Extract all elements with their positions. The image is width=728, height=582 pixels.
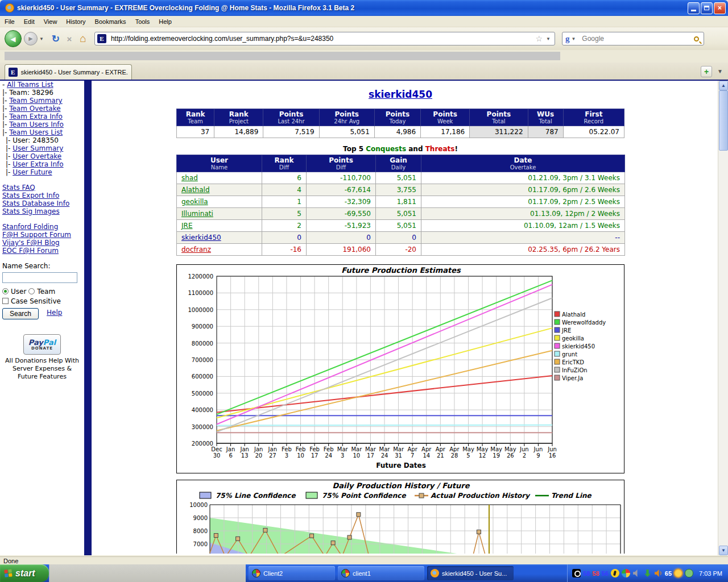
back-button[interactable]: ◄ <box>5 30 22 47</box>
pinwheel-tray-icon[interactable] <box>622 569 630 577</box>
summary-value: 311,222 <box>470 126 528 138</box>
sidebar-link: |- Team Summary <box>2 97 84 105</box>
name-search-input[interactable] <box>2 272 77 283</box>
menu-edit[interactable]: Edit <box>19 17 39 26</box>
overtake-user-link[interactable]: geokilla <box>181 198 208 206</box>
svg-text:24: 24 <box>381 452 388 459</box>
sidebar-link-stanford-folding[interactable]: Stanford Folding <box>2 223 58 231</box>
minimize-button[interactable] <box>688 2 700 14</box>
sidebar-link-all-teams-list[interactable]: All Teams List <box>7 81 53 89</box>
search-magnifier-icon[interactable] <box>694 36 699 41</box>
scroll-up-arrow[interactable]: ▲ <box>719 81 728 90</box>
overtake-rank-diff: 2 <box>262 220 307 232</box>
case-sensitive-checkbox[interactable] <box>2 298 9 304</box>
tab-user-summary[interactable]: E skierkid450 - User Summary - EXTRE... <box>5 64 132 80</box>
green-arrow-tray-icon[interactable] <box>643 569 652 577</box>
overtake-header-gain: GainDaily <box>376 155 421 172</box>
overtake-user-link[interactable]: docfranz <box>181 246 211 253</box>
sidebar-link-team-overtake[interactable]: Team Overtake <box>9 105 60 113</box>
forward-button[interactable]: ► <box>24 32 38 45</box>
sidebar-link-user-overtake[interactable]: User Overtake <box>13 152 61 160</box>
stop-button[interactable]: × <box>63 32 76 45</box>
close-button[interactable]: × <box>714 2 726 14</box>
svg-text:Jun: Jun <box>519 446 529 452</box>
summary-header-week: PointsWeek <box>421 109 470 126</box>
muted-speaker-tray-icon[interactable] <box>632 569 641 577</box>
radio-user[interactable] <box>2 288 9 294</box>
overtake-row: Alathald4-67,6143,75501.17.09, 6pm / 2.6… <box>177 184 625 196</box>
search-button[interactable]: Search <box>2 308 39 319</box>
menu-file[interactable]: File <box>0 17 19 26</box>
green-tray-icon[interactable] <box>685 569 693 577</box>
sidebar-link-stats-sig-images[interactable]: Stats Sig Images <box>2 207 60 215</box>
svg-text:10: 10 <box>297 452 304 459</box>
vertical-scrollbar[interactable]: ▲ ▼ <box>718 81 728 555</box>
scroll-down-arrow[interactable]: ▼ <box>719 546 728 555</box>
sidebar-link-stats-database-info[interactable]: Stats Database Info <box>2 199 69 207</box>
sidebar-link-stats-faq[interactable]: Stats FAQ <box>2 184 35 192</box>
home-button[interactable]: ⌂ <box>76 32 90 45</box>
menu-view[interactable]: View <box>39 17 62 26</box>
svg-text:Apr: Apr <box>436 446 446 452</box>
system-tray: 58 58 56 65 7:03 PM <box>567 564 728 582</box>
sidebar-link-team-users-info[interactable]: Team Users Info <box>9 120 64 128</box>
scrollbar-thumb[interactable] <box>719 90 728 151</box>
sidebar-link: |- Team Users List <box>2 128 84 136</box>
url-dropdown-icon[interactable]: ▼ <box>546 36 551 41</box>
history-dropdown-icon[interactable]: ▼ <box>39 36 44 41</box>
sidebar-link-vijay-s-f-h-blog[interactable]: Vijay's F@H Blog <box>2 239 60 247</box>
taskbar-button-client1[interactable]: client1 <box>338 566 424 580</box>
taskbar-clock[interactable]: 7:03 PM <box>699 570 722 577</box>
sidebar-link-eoc-f-h-forum[interactable]: EOC F@H Forum <box>2 247 59 255</box>
sidebar-link-user-future[interactable]: User Future <box>13 168 52 176</box>
restore-button[interactable] <box>701 2 713 14</box>
sidebar-link-user-summary[interactable]: User Summary <box>13 144 63 152</box>
overtake-user-link[interactable]: Alathald <box>181 186 210 194</box>
speedfan-tray-icon[interactable] <box>674 569 682 577</box>
menu-tools[interactable]: Tools <box>131 17 155 26</box>
overtake-user-link[interactable]: JRE <box>181 222 192 230</box>
url-bar[interactable]: E ☆ ▼ <box>94 32 555 45</box>
sidebar-link-team-extra-info[interactable]: Team Extra Info <box>9 113 63 120</box>
taskbar-button-client2[interactable]: Client2 <box>249 566 335 580</box>
bookmark-star-icon[interactable]: ☆ <box>535 34 543 43</box>
overtake-user-link[interactable]: Illuminati <box>181 210 213 218</box>
sidebar-link-user-extra-info[interactable]: User Extra Info <box>13 160 63 168</box>
menu-bookmarks[interactable]: Bookmarks <box>90 17 131 26</box>
svg-text:14: 14 <box>423 452 430 459</box>
svg-text:Apr: Apr <box>421 446 432 452</box>
aim-tray-icon[interactable] <box>611 569 619 577</box>
sidebar-link-team-summary[interactable]: Team Summary <box>9 97 63 105</box>
radio-team[interactable] <box>28 288 35 294</box>
start-button[interactable]: start <box>0 564 49 582</box>
volume-tray-icon[interactable] <box>654 569 663 577</box>
overtake-user-link[interactable]: shad <box>181 174 198 182</box>
url-input[interactable] <box>110 34 534 43</box>
paypal-donate-button[interactable]: PayPal DONATE <box>23 334 61 355</box>
svg-text:1000000: 1000000 <box>188 307 213 313</box>
summary-value: 787 <box>528 126 563 138</box>
sidebar-link-stats-export-info[interactable]: Stats Export Info <box>2 192 59 199</box>
new-tab-button[interactable]: + <box>701 66 712 77</box>
user-heading-link[interactable]: skierkid450 <box>176 89 624 100</box>
list-all-tabs-icon[interactable]: ▼ <box>714 66 726 77</box>
search-box[interactable]: g ▼ <box>562 32 704 45</box>
svg-text:24: 24 <box>325 452 332 459</box>
taskbar-button-label: Client2 <box>263 570 283 577</box>
help-link[interactable]: Help <box>47 309 62 317</box>
sidebar-link-f-h-support-forum[interactable]: F@H Support Forum <box>2 231 71 239</box>
menu-history[interactable]: History <box>61 17 90 26</box>
search-engine-dropdown-icon[interactable]: ▼ <box>571 36 576 41</box>
svg-text:May: May <box>477 446 489 452</box>
overtake-user: geokilla <box>177 196 262 208</box>
sidebar-link-team-users-list[interactable]: Team Users List <box>9 128 63 136</box>
overtake-user-link[interactable]: skierkid450 <box>181 234 221 242</box>
svg-text:600000: 600000 <box>192 373 213 380</box>
taskbar-button-skierkid450-user-su-[interactable]: skierkid450 - User Su... <box>427 566 514 580</box>
steam-tray-icon[interactable] <box>572 569 581 577</box>
firefox-icon <box>5 3 14 13</box>
reload-button[interactable]: ↻ <box>49 32 63 45</box>
web-search-input[interactable] <box>581 34 694 43</box>
menu-help[interactable]: Help <box>154 17 176 26</box>
overtake-row: docfranz-16191,060-2002.25.35, 6pm / 26.… <box>177 244 625 256</box>
